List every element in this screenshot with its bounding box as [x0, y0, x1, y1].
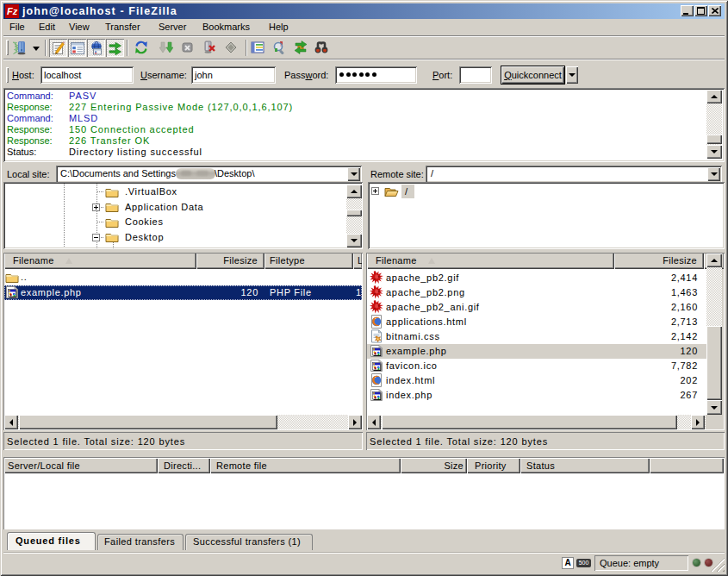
svg-text:Fz: Fz — [7, 6, 18, 16]
